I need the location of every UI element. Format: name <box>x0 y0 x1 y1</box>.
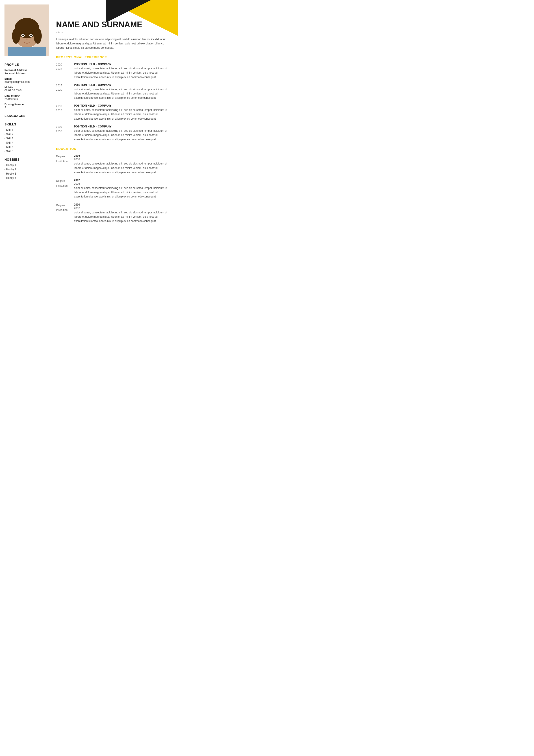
profile-item: Driving licenceB <box>5 103 45 109</box>
hobbies-list: - Hobby 1- Hobby 2- Hobby 3- Hobby 4 <box>5 164 45 179</box>
exp-year-end: 2010 <box>56 129 74 133</box>
edu-year-end: 2005 <box>74 182 171 185</box>
skill-item: - Skill 3 <box>5 137 45 140</box>
skill-item: - Skill 6 <box>5 150 45 153</box>
exp-details: POSITION HELD – COMPANY dolor sit amet, … <box>74 84 171 100</box>
exp-year-end: 2022 <box>56 67 74 71</box>
profile-item: Mobile06 01 02 03 04 <box>5 86 45 92</box>
edu-institution: Institution <box>56 208 67 212</box>
sidebar-content: PROFILE Personal AddressPersonal Address… <box>0 63 49 179</box>
education-item: Degree Institution 2005 2008 dolor sit a… <box>56 154 171 175</box>
exp-year-end: 2015 <box>56 108 74 113</box>
hobbies-section-title: HOBBIES <box>5 158 45 161</box>
profile-photo-svg <box>5 5 49 56</box>
exp-position: POSITION HELD – COMPANY <box>74 84 171 87</box>
skill-item: - Skill 2 <box>5 133 45 136</box>
profile-value: Personal Address <box>5 72 45 75</box>
profile-value: example@gmail.com <box>5 80 45 84</box>
edu-year-end: 2008 <box>74 158 171 161</box>
edu-left: Degree Institution <box>56 203 74 224</box>
edu-details: 2000 2002 dolor sit amet, consectetur ad… <box>74 203 171 224</box>
exp-desc: dolor sit amet, consectetur adipiscing e… <box>74 108 171 121</box>
profile-label: Driving licence <box>5 103 45 106</box>
exp-years: 2009 2010 <box>56 125 74 142</box>
profile-value: B <box>5 106 45 109</box>
exp-position: POSITION HELD – COMPANY <box>74 63 171 66</box>
exp-year-start: 2009 <box>56 125 74 129</box>
exp-year-start: 2015 <box>56 84 74 88</box>
edu-degree: Degree <box>56 155 65 158</box>
profile-item: Date of birth24/05/1995 <box>5 94 45 100</box>
edu-degree: Degree <box>56 179 65 182</box>
exp-details: POSITION HELD – COMPANY dolor sit amet, … <box>74 125 171 142</box>
exp-year-start: 2020 <box>56 63 74 67</box>
hobby-item: - Hobby 3 <box>5 172 45 175</box>
edu-year-end: 2002 <box>74 207 171 210</box>
skill-item: - Skill 4 <box>5 141 45 144</box>
profile-value: 06 01 02 03 04 <box>5 89 45 92</box>
edu-left: Degree Institution <box>56 178 74 199</box>
svg-point-13 <box>23 35 24 36</box>
edu-year-start: 2002 <box>74 178 171 182</box>
edu-year-start: 2000 <box>74 203 171 206</box>
hobby-item: - Hobby 2 <box>5 168 45 171</box>
skill-item: - Skill 1 <box>5 128 45 131</box>
exp-years: 2015 2020 <box>56 84 74 100</box>
resume-name: NAME AND SURNAME <box>56 20 171 29</box>
experience-list: 2020 2022 POSITION HELD – COMPANY dolor … <box>56 63 171 142</box>
exp-desc: dolor sit amet, consectetur adipiscing e… <box>74 67 171 79</box>
exp-position: POSITION HELD – COMPANY <box>74 104 171 107</box>
skills-list: - Skill 1- Skill 2- Skill 3- Skill 4- Sk… <box>5 128 45 153</box>
profile-value: 24/05/1995 <box>5 97 45 100</box>
exp-years: 2010 2015 <box>56 104 74 121</box>
education-section-title: EDUCATION <box>56 147 171 150</box>
edu-left: Degree Institution <box>56 154 74 175</box>
main-content: NAME AND SURNAME JOB Lorem ipsum dolor s… <box>49 0 178 252</box>
edu-year-start: 2005 <box>74 154 171 157</box>
languages-section-title: LANGUAGES <box>5 114 45 118</box>
resume-page: PROFILE Personal AddressPersonal Address… <box>0 0 178 252</box>
edu-institution: Institution <box>56 160 67 163</box>
edu-institution: Institution <box>56 184 67 187</box>
svg-rect-15 <box>8 47 46 56</box>
exp-details: POSITION HELD – COMPANY dolor sit amet, … <box>74 104 171 121</box>
skill-item: - Skill 5 <box>5 146 45 148</box>
edu-desc: dolor sit amet, consectetur adipiscing e… <box>74 162 171 175</box>
profile-section-title: PROFILE <box>5 63 45 67</box>
profile-item: Personal AddressPersonal Address <box>5 69 45 75</box>
hobby-item: - Hobby 1 <box>5 164 45 167</box>
profile-items: Personal AddressPersonal AddressEmailexa… <box>5 69 45 109</box>
skills-section-title: SKILLS <box>5 122 45 126</box>
experience-item: 2020 2022 POSITION HELD – COMPANY dolor … <box>56 63 171 79</box>
intro-text: Lorem ipsum dolor sit amet, consectetur … <box>56 37 171 50</box>
exp-desc: dolor sit amet, consectetur adipiscing e… <box>74 87 171 100</box>
job-title: JOB <box>56 30 171 34</box>
profile-item: Emailexample@gmail.com <box>5 77 45 84</box>
education-item: Degree Institution 2002 2005 dolor sit a… <box>56 178 171 199</box>
profile-label: Email <box>5 77 45 80</box>
profile-label: Mobile <box>5 86 45 89</box>
exp-desc: dolor sit amet, consectetur adipiscing e… <box>74 129 171 142</box>
experience-item: 2009 2010 POSITION HELD – COMPANY dolor … <box>56 125 171 142</box>
experience-section-title: PROFESSIONAL EXPERIENCE <box>56 55 171 59</box>
profile-photo <box>5 5 49 56</box>
svg-point-14 <box>31 35 32 36</box>
education-list: Degree Institution 2005 2008 dolor sit a… <box>56 154 171 223</box>
sidebar: PROFILE Personal AddressPersonal Address… <box>0 0 49 252</box>
experience-item: 2010 2015 POSITION HELD – COMPANY dolor … <box>56 104 171 121</box>
edu-desc: dolor sit amet, consectetur adipiscing e… <box>74 186 171 199</box>
edu-degree: Degree <box>56 204 65 207</box>
exp-year-end: 2020 <box>56 88 74 92</box>
education-item: Degree Institution 2000 2002 dolor sit a… <box>56 203 171 224</box>
experience-item: 2015 2020 POSITION HELD – COMPANY dolor … <box>56 84 171 100</box>
hobby-item: - Hobby 4 <box>5 176 45 179</box>
exp-years: 2020 2022 <box>56 63 74 79</box>
svg-rect-8 <box>15 22 39 31</box>
edu-desc: dolor sit amet, consectetur adipiscing e… <box>74 210 171 224</box>
exp-position: POSITION HELD – COMPANY <box>74 125 171 128</box>
profile-label: Personal Address <box>5 69 45 72</box>
exp-year-start: 2010 <box>56 104 74 108</box>
exp-details: POSITION HELD – COMPANY dolor sit amet, … <box>74 63 171 79</box>
edu-details: 2002 2005 dolor sit amet, consectetur ad… <box>74 178 171 199</box>
edu-details: 2005 2008 dolor sit amet, consectetur ad… <box>74 154 171 175</box>
